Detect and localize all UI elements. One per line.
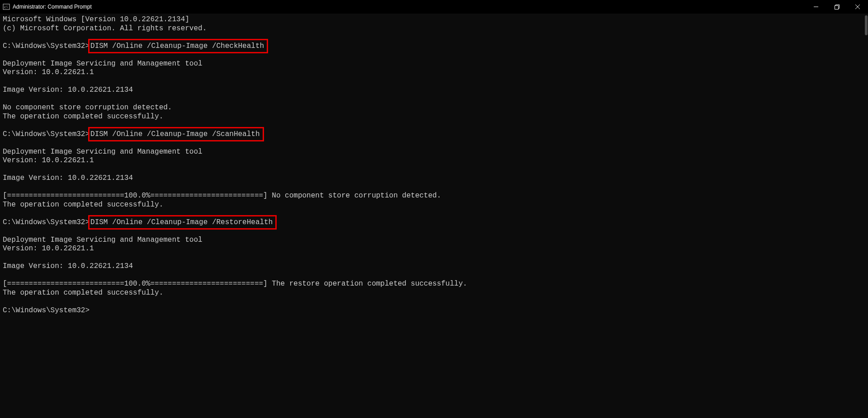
terminal-output: Version: 10.0.22621.1 [3, 244, 865, 254]
svg-rect-3 [835, 5, 838, 9]
terminal-output [3, 183, 865, 192]
terminal-output [3, 254, 865, 263]
terminal-output [3, 271, 865, 280]
window-title: Administrator: Command Prompt [13, 4, 92, 10]
terminal-output: The operation completed successfully. [3, 201, 865, 210]
terminal-output: [===========================100.0%======… [3, 280, 865, 289]
prompt: C:\Windows\System32> [3, 42, 90, 50]
minimize-button[interactable] [806, 0, 826, 14]
terminal-output [3, 77, 865, 86]
scrollbar-track[interactable] [863, 14, 868, 418]
terminal-body[interactable]: Microsoft Windows [Version 10.0.22621.21… [0, 14, 868, 418]
terminal-output: Version: 10.0.22621.1 [3, 156, 865, 165]
terminal-output: The operation completed successfully. [3, 289, 865, 298]
terminal-output: Microsoft Windows [Version 10.0.22621.21… [3, 15, 865, 24]
highlighted-command: DISM /Online /Cleanup-Image /CheckHealth [88, 39, 268, 53]
prompt: C:\Windows\System32> [3, 130, 90, 138]
svg-text:c:\: c:\ [4, 5, 8, 9]
cmd-icon: c:\ [3, 3, 10, 10]
terminal-output: Deployment Image Servicing and Managemen… [3, 148, 865, 157]
terminal-output: Image Version: 10.0.22621.2134 [3, 262, 865, 271]
highlighted-command: DISM /Online /Cleanup-Image /ScanHealth [88, 127, 264, 141]
terminal-output: Version: 10.0.22621.1 [3, 68, 865, 77]
terminal-output: Deployment Image Servicing and Managemen… [3, 236, 865, 245]
terminal-output: Image Version: 10.0.22621.2134 [3, 86, 865, 95]
maximize-button[interactable] [826, 0, 847, 14]
scrollbar-thumb[interactable] [865, 15, 868, 35]
command-line: C:\Windows\System32>DISM /Online /Cleanu… [3, 218, 865, 227]
title-bar: c:\ Administrator: Command Prompt [0, 0, 868, 14]
prompt: C:\Windows\System32> [3, 306, 90, 315]
close-button[interactable] [847, 0, 868, 14]
terminal-output: [===========================100.0%======… [3, 192, 865, 201]
terminal-output: The operation completed successfully. [3, 113, 865, 122]
command-line: C:\Windows\System32>DISM /Online /Cleanu… [3, 42, 865, 51]
command-line: C:\Windows\System32>DISM /Online /Cleanu… [3, 130, 865, 139]
window-controls [806, 0, 868, 14]
terminal-output: (c) Microsoft Corporation. All rights re… [3, 24, 865, 33]
prompt: C:\Windows\System32> [3, 218, 90, 226]
terminal-output [3, 297, 865, 306]
terminal-output: Image Version: 10.0.22621.2134 [3, 174, 865, 183]
title-left: c:\ Administrator: Command Prompt [0, 3, 92, 10]
highlighted-command: DISM /Online /Cleanup-Image /RestoreHeal… [88, 215, 277, 230]
terminal-output: No component store corruption detected. [3, 103, 865, 113]
terminal-output [3, 165, 865, 174]
terminal-output: Deployment Image Servicing and Managemen… [3, 60, 865, 69]
terminal-output [3, 95, 865, 104]
command-line: C:\Windows\System32> [3, 306, 865, 315]
